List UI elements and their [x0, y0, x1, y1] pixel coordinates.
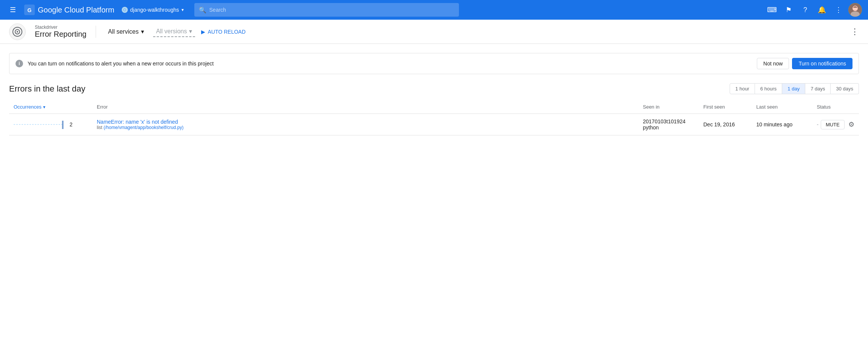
product-title: Stackdriver Error Reporting — [35, 25, 87, 39]
app-name: Google Cloud Platform — [38, 6, 114, 14]
svg-text:G: G — [28, 7, 32, 13]
error-table: Occurrences ▾ Error Seen in First seen L… — [9, 100, 859, 135]
notification-banner: i You can turn on notifications to alert… — [9, 53, 859, 74]
project-dropdown-icon: ▾ — [181, 7, 184, 12]
column-header-first-seen: First seen — [699, 100, 752, 114]
column-header-seen-in: Seen in — [638, 100, 699, 114]
svg-point-8 — [17, 31, 18, 33]
hamburger-icon: ☰ — [10, 6, 16, 14]
app-logo: G Google Cloud Platform — [24, 5, 114, 15]
stackdriver-logo-icon — [12, 26, 23, 37]
top-bar-actions: ⌨ ⚑ ? 🔔 ⋮ — [765, 3, 862, 17]
versions-selector[interactable]: All versions ▾ — [153, 26, 195, 37]
search-input[interactable] — [209, 7, 454, 13]
project-dot-icon: ⬡ — [122, 7, 128, 13]
last-seen-cell: 10 minutes ago — [752, 114, 812, 135]
error-name-link[interactable]: NameError: name 'x' is not defined — [97, 119, 178, 125]
project-selector[interactable]: ⬡ django-walkthroughs ▾ — [122, 7, 183, 13]
cloud-shell-icon: ⌨ — [767, 6, 777, 14]
error-location-type: list — [97, 125, 104, 130]
more-options-button[interactable]: ⋮ — [832, 3, 845, 17]
status-dash: - — [817, 121, 818, 127]
error-location-path-link[interactable]: (/home/vmagent/app/bookshelf/crud.py) — [104, 125, 183, 130]
sort-down-icon: ▾ — [43, 104, 45, 110]
alerts-icon: ⚑ — [786, 6, 792, 14]
first-seen-value: Dec 19, 2016 — [703, 121, 735, 127]
more-vertical-icon: ⋮ — [835, 6, 842, 14]
time-filter-group: 1 hour 6 hours 1 day 7 days 30 days — [730, 83, 859, 94]
cloud-shell-button[interactable]: ⌨ — [765, 3, 779, 17]
sub-header: Stackdriver Error Reporting All services… — [0, 20, 868, 44]
error-location: list (/home/vmagent/app/bookshelf/crud.p… — [97, 125, 634, 130]
first-seen-cell: Dec 19, 2016 — [699, 114, 752, 135]
services-label: All services — [108, 28, 139, 35]
alerts-button[interactable]: ⚑ — [782, 3, 795, 17]
search-bar: 🔍 — [194, 3, 459, 17]
auto-reload-button[interactable]: ▶ AUTO RELOAD — [201, 29, 245, 35]
main-content: i You can turn on notifications to alert… — [0, 44, 868, 145]
error-cell: NameError: name 'x' is not defined list … — [92, 114, 638, 135]
versions-dropdown-icon: ▾ — [189, 28, 192, 35]
column-header-error: Error — [92, 100, 638, 114]
project-name: django-walkthroughs — [130, 7, 179, 13]
play-icon: ▶ — [201, 29, 205, 35]
errors-header-row: Errors in the last day 1 hour 6 hours 1 … — [9, 83, 859, 94]
occurrences-label: Occurrences — [14, 104, 42, 110]
table-header-row: Occurrences ▾ Error Seen in First seen L… — [9, 100, 859, 114]
errors-title: Errors in the last day — [9, 84, 85, 94]
column-header-last-seen: Last seen — [752, 100, 812, 114]
user-avatar-image — [848, 3, 862, 17]
time-filter-30days[interactable]: 30 days — [831, 83, 859, 94]
services-selector[interactable]: All services ▾ — [105, 26, 147, 37]
svg-rect-10 — [62, 121, 64, 129]
search-icon: 🔍 — [199, 6, 206, 14]
avatar[interactable] — [848, 3, 862, 17]
time-filter-6hours[interactable]: 6 hours — [755, 83, 782, 94]
status-cell: - MUTE ⚙ — [812, 114, 859, 135]
sparkline-chart — [14, 119, 67, 130]
seen-in-version: 20170103t101924 — [643, 118, 694, 124]
versions-label: All versions — [156, 28, 187, 35]
top-navigation-bar: ☰ G Google Cloud Platform ⬡ django-walkt… — [0, 0, 868, 20]
turn-on-notifications-button[interactable]: Turn on notifications — [792, 58, 852, 69]
help-icon: ? — [803, 6, 807, 14]
column-header-status: Status — [812, 100, 859, 114]
services-dropdown-icon: ▾ — [141, 28, 144, 35]
notification-message: You can turn on notifications to alert y… — [28, 61, 752, 67]
occurrences-cell: 2 — [9, 114, 92, 135]
error-name: NameError: name 'x' is not defined — [97, 119, 634, 125]
header-divider — [96, 26, 96, 38]
seen-in-lang: python — [643, 124, 694, 131]
notifications-button[interactable]: 🔔 — [815, 3, 829, 17]
hamburger-menu-button[interactable]: ☰ — [6, 3, 20, 17]
help-button[interactable]: ? — [798, 3, 812, 17]
time-filter-1hour[interactable]: 1 hour — [730, 83, 755, 94]
settings-icon[interactable]: ⚙ — [848, 120, 854, 129]
stackdriver-logo — [9, 23, 26, 40]
seen-in-cell: 20170103t101924 python — [638, 114, 699, 135]
last-seen-value: 10 minutes ago — [756, 121, 792, 127]
time-filter-7days[interactable]: 7 days — [805, 83, 831, 94]
info-icon: i — [16, 60, 23, 67]
time-filter-1day[interactable]: 1 day — [782, 83, 805, 94]
product-name: Error Reporting — [35, 30, 87, 39]
table-row: 2 NameError: name 'x' is not defined lis… — [9, 114, 859, 135]
gcp-logo-icon: G — [24, 5, 35, 15]
bell-icon: 🔔 — [818, 6, 826, 14]
auto-reload-label: AUTO RELOAD — [208, 29, 245, 35]
notification-actions: Not now Turn on notifications — [757, 58, 852, 69]
sub-header-more-button[interactable]: ⋮ — [851, 27, 859, 37]
mute-button[interactable]: MUTE — [821, 120, 845, 129]
product-subtitle: Stackdriver — [35, 25, 87, 30]
column-header-occurrences: Occurrences ▾ — [9, 100, 92, 114]
occurrence-count: 2 — [70, 121, 76, 127]
occurrences-sort-button[interactable]: Occurrences ▾ — [14, 104, 88, 110]
not-now-button[interactable]: Not now — [757, 58, 789, 69]
